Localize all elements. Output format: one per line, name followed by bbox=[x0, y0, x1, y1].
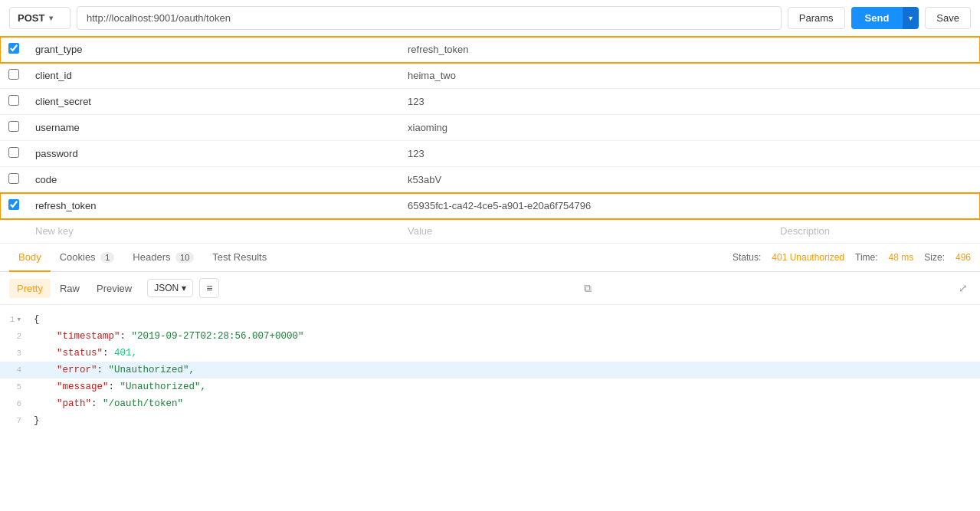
checkbox-cell bbox=[0, 37, 28, 63]
row-checkbox[interactable] bbox=[8, 199, 19, 210]
size-value: 496 bbox=[955, 252, 971, 263]
key-cell: client_secret bbox=[28, 89, 400, 115]
table-row: refresh_token 65935fc1-ca42-4ce5-a901-e2… bbox=[0, 193, 980, 219]
value-cell: refresh_token bbox=[400, 37, 772, 63]
send-dropdown-button[interactable]: ▾ bbox=[903, 7, 919, 29]
row-checkbox[interactable] bbox=[8, 69, 19, 80]
json-line: 1▾{ bbox=[0, 311, 980, 328]
checkbox-cell bbox=[0, 63, 28, 89]
save-button[interactable]: Save bbox=[925, 7, 971, 29]
row-checkbox[interactable] bbox=[8, 43, 19, 54]
placeholder-row: New key Value Description bbox=[0, 219, 980, 244]
key-cell: code bbox=[28, 167, 400, 193]
body-tab-raw[interactable]: Raw bbox=[52, 279, 87, 298]
desc-cell bbox=[772, 193, 980, 219]
json-key: "timestamp" bbox=[57, 331, 120, 342]
value-cell: xiaoming bbox=[400, 115, 772, 141]
line-number: 1▾ bbox=[0, 313, 31, 327]
copy-button[interactable]: ⧉ bbox=[581, 279, 595, 298]
key-cell: username bbox=[28, 115, 400, 141]
json-string: "Unauthorized", bbox=[109, 365, 195, 375]
line-number: 5 bbox=[0, 381, 31, 395]
key-cell: client_id bbox=[28, 63, 400, 89]
json-viewer: 1▾{2 "timestamp": "2019-09-27T02:28:56.0… bbox=[0, 305, 980, 435]
line-content: "timestamp": "2019-09-27T02:28:56.007+00… bbox=[31, 329, 304, 344]
table-row: password 123 bbox=[0, 141, 980, 167]
tabs-container: BodyCookies 1Headers 10Test Results bbox=[9, 244, 276, 271]
wrap-button[interactable]: ≡ bbox=[199, 278, 219, 298]
status-label: Status: bbox=[733, 252, 761, 263]
body-toolbar: PrettyRawPreview JSON ▾ ≡ ⧉ ⤢ bbox=[0, 272, 980, 305]
checkbox-cell bbox=[0, 193, 28, 219]
desc-cell bbox=[772, 115, 980, 141]
body-tab-pretty[interactable]: Pretty bbox=[9, 279, 51, 298]
json-string: "Unauthorized", bbox=[120, 382, 207, 392]
table-row: username xiaoming bbox=[0, 115, 980, 141]
key-cell: grant_type bbox=[28, 37, 400, 63]
value-cell: heima_two bbox=[400, 63, 772, 89]
method-select[interactable]: POST ▾ bbox=[9, 7, 70, 29]
response-tabs: BodyCookies 1Headers 10Test Results Stat… bbox=[0, 244, 980, 272]
json-line: 5 "message": "Unauthorized", bbox=[0, 378, 980, 395]
tab-headers[interactable]: Headers 10 bbox=[123, 244, 203, 272]
tab-badge: 10 bbox=[175, 252, 194, 263]
json-line: 2 "timestamp": "2019-09-27T02:28:56.007+… bbox=[0, 328, 980, 345]
desc-cell bbox=[772, 37, 980, 63]
size-label: Size: bbox=[924, 252, 945, 263]
json-key: "status" bbox=[57, 348, 103, 359]
body-tabs-container: PrettyRawPreview bbox=[9, 279, 139, 298]
method-label: POST bbox=[18, 12, 44, 24]
tab-badge: 1 bbox=[100, 252, 114, 263]
key-cell: refresh_token bbox=[28, 193, 400, 219]
value-cell: 65935fc1-ca42-4ce5-a901-e20a6f754796 bbox=[400, 193, 772, 219]
checkbox-cell bbox=[0, 115, 28, 141]
row-checkbox[interactable] bbox=[8, 173, 19, 184]
placeholder-value[interactable]: Value bbox=[400, 219, 772, 244]
desc-cell bbox=[772, 141, 980, 167]
json-brace: { bbox=[34, 314, 40, 325]
row-checkbox[interactable] bbox=[8, 121, 19, 132]
value-cell: 123 bbox=[400, 141, 772, 167]
checkbox-cell bbox=[0, 89, 28, 115]
key-cell: password bbox=[28, 141, 400, 167]
desc-cell bbox=[772, 63, 980, 89]
table-row: client_secret 123 bbox=[0, 89, 980, 115]
tab-body[interactable]: Body bbox=[9, 244, 51, 272]
placeholder-desc[interactable]: Description bbox=[772, 219, 980, 244]
json-line: 6 "path": "/oauth/token" bbox=[0, 395, 980, 412]
json-string: "2019-09-27T02:28:56.007+0000" bbox=[132, 331, 304, 342]
params-button[interactable]: Params bbox=[788, 7, 845, 29]
desc-cell bbox=[772, 167, 980, 193]
line-content: "error": "Unauthorized", bbox=[31, 362, 195, 378]
body-tab-preview[interactable]: Preview bbox=[89, 279, 139, 298]
line-content: { bbox=[31, 312, 40, 327]
format-select[interactable]: JSON ▾ bbox=[147, 279, 193, 297]
json-line: 3 "status": 401, bbox=[0, 345, 980, 362]
line-content: "status": 401, bbox=[31, 346, 137, 361]
json-number: 401, bbox=[114, 348, 137, 359]
status-value: 401 Unauthorized bbox=[772, 252, 844, 263]
top-bar: POST ▾ Params Send ▾ Save bbox=[0, 0, 980, 37]
expand-button[interactable]: ⤢ bbox=[955, 279, 971, 297]
line-number: 2 bbox=[0, 330, 31, 344]
json-toggle[interactable]: ▾ bbox=[16, 315, 21, 324]
time-value: 48 ms bbox=[889, 252, 914, 263]
send-button[interactable]: Send bbox=[851, 7, 903, 29]
tab-cookies[interactable]: Cookies 1 bbox=[51, 244, 124, 272]
json-key: "path" bbox=[57, 398, 91, 409]
line-number: 7 bbox=[0, 414, 31, 428]
line-number: 3 bbox=[0, 347, 31, 361]
table-row: code k53abV bbox=[0, 167, 980, 193]
tab-test-results[interactable]: Test Results bbox=[203, 244, 276, 272]
format-chevron-icon: ▾ bbox=[182, 283, 186, 293]
placeholder-key[interactable]: New key bbox=[28, 219, 400, 244]
value-cell: 123 bbox=[400, 89, 772, 115]
line-number: 4 bbox=[0, 364, 31, 378]
row-checkbox[interactable] bbox=[8, 95, 19, 106]
row-checkbox[interactable] bbox=[8, 147, 19, 158]
url-input[interactable] bbox=[77, 6, 782, 30]
json-string: "/oauth/token" bbox=[103, 398, 183, 409]
line-content: "message": "Unauthorized", bbox=[31, 379, 206, 395]
tab-status: Status: 401 Unauthorized Time: 48 ms Siz… bbox=[733, 252, 971, 263]
params-table: grant_type refresh_token client_id heima… bbox=[0, 37, 980, 244]
